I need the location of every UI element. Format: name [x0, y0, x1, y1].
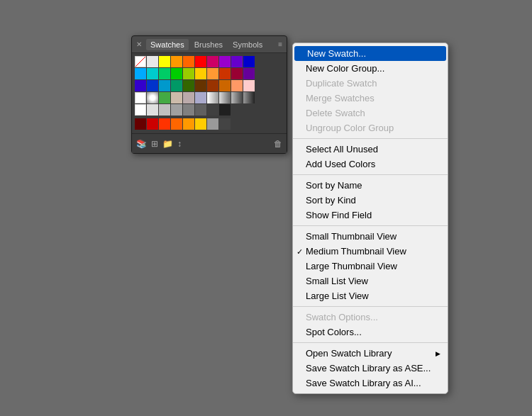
separator-2 [293, 174, 448, 175]
columns-icon[interactable]: ⊞ [151, 139, 158, 149]
swatch[interactable] [183, 104, 194, 116]
swatch[interactable] [207, 92, 218, 103]
swatch[interactable] [207, 80, 218, 91]
menu-item-save-ase[interactable]: Save Swatch Library as ASE... [293, 361, 448, 376]
tab-symbols[interactable]: Symbols [228, 39, 267, 50]
swatch[interactable] [195, 118, 206, 130]
menu-item-large-list[interactable]: Large List View [293, 288, 448, 303]
swatch[interactable] [135, 68, 146, 79]
swatch-row-4 [135, 92, 284, 103]
panel-close-icon[interactable]: ✕ [136, 40, 142, 48]
swatch[interactable] [219, 80, 231, 91]
swatch[interactable] [159, 56, 170, 67]
menu-item-new-swatch[interactable]: New Swatch... [294, 46, 446, 61]
swatch[interactable] [171, 56, 182, 67]
folder-icon[interactable]: 📁 [162, 139, 173, 149]
swatch[interactable] [171, 118, 182, 130]
trash-icon[interactable]: 🗑 [274, 139, 282, 149]
menu-item-show-find-field[interactable]: Show Find Field [293, 208, 448, 223]
swatch[interactable] [207, 68, 218, 79]
swatch[interactable] [183, 92, 194, 103]
swatch[interactable] [207, 104, 218, 116]
swatch[interactable] [243, 92, 255, 103]
swatch[interactable] [231, 56, 243, 67]
swatch-row-2 [135, 68, 284, 79]
swatch[interactable] [159, 80, 170, 91]
swatch[interactable] [183, 80, 194, 91]
menu-item-delete-swatch: Delete Swatch [293, 106, 448, 120]
swatch[interactable] [147, 118, 158, 130]
swatch[interactable] [207, 118, 218, 130]
swatches-panel: ✕ Swatches Brushes Symbols ≡ [131, 35, 287, 154]
swatch[interactable] [219, 104, 231, 116]
swatch[interactable] [183, 118, 194, 130]
arrow-icon[interactable]: ↕ [177, 139, 182, 149]
swatch[interactable] [171, 80, 182, 91]
swatch-row-5 [135, 104, 284, 116]
menu-item-medium-thumbnail[interactable]: Medium Thumbnail View [293, 244, 448, 259]
swatch[interactable] [195, 68, 206, 79]
panel-footer: 📚 ⊞ 📁 ↕ 🗑 [132, 133, 287, 153]
swatch[interactable] [135, 118, 146, 130]
swatch[interactable] [219, 68, 231, 79]
panel-menu-button[interactable]: ≡ [278, 40, 282, 48]
swatch[interactable] [231, 92, 243, 103]
tab-brushes[interactable]: Brushes [190, 39, 227, 50]
swatch[interactable] [243, 56, 255, 67]
swatch[interactable] [219, 56, 231, 67]
context-menu: New Swatch... New Color Group... Duplica… [292, 43, 448, 394]
swatch[interactable] [147, 68, 158, 79]
library-icon[interactable]: 📚 [136, 139, 147, 149]
separator-3 [293, 225, 448, 226]
menu-item-add-used-colors[interactable]: Add Used Colors [293, 157, 448, 172]
swatch[interactable] [159, 92, 170, 103]
swatch[interactable] [243, 68, 255, 79]
swatch[interactable] [183, 56, 194, 67]
swatch[interactable] [171, 92, 182, 103]
swatch[interactable] [159, 104, 170, 116]
separator-1 [293, 138, 448, 139]
swatch[interactable] [135, 104, 146, 116]
swatch[interactable] [147, 80, 158, 91]
swatch[interactable] [231, 80, 243, 91]
tab-swatches[interactable]: Swatches [146, 39, 189, 50]
menu-item-new-color-group[interactable]: New Color Group... [293, 61, 448, 76]
swatch[interactable] [159, 68, 170, 79]
swatch[interactable] [219, 118, 231, 130]
menu-item-merge-swatches: Merge Swatches [293, 91, 448, 106]
swatch[interactable] [183, 68, 194, 79]
menu-item-spot-colors[interactable]: Spot Colors... [293, 325, 448, 339]
menu-item-small-thumbnail[interactable]: Small Thumbnail View [293, 229, 448, 244]
menu-item-sort-by-name[interactable]: Sort by Name [293, 178, 448, 193]
swatch[interactable] [195, 56, 206, 67]
swatch[interactable] [231, 68, 243, 79]
swatch[interactable] [135, 80, 146, 91]
swatch[interactable] [219, 92, 231, 103]
menu-item-select-all-unused[interactable]: Select All Unused [293, 142, 448, 157]
menu-item-save-ai[interactable]: Save Swatch Library as AI... [293, 376, 448, 390]
menu-item-large-thumbnail[interactable]: Large Thumbnail View [293, 259, 448, 274]
swatch[interactable] [147, 56, 158, 67]
menu-item-small-list[interactable]: Small List View [293, 274, 448, 288]
swatch[interactable] [147, 92, 158, 103]
panel-tabs: Swatches Brushes Symbols [146, 39, 278, 50]
swatch[interactable] [207, 56, 218, 67]
swatch[interactable] [147, 104, 158, 116]
swatch[interactable] [243, 80, 255, 91]
menu-item-open-swatch-library[interactable]: Open Swatch Library [293, 346, 448, 361]
swatch[interactable] [195, 92, 206, 103]
swatch[interactable] [171, 68, 182, 79]
swatch[interactable] [159, 118, 170, 130]
separator-4 [293, 306, 448, 307]
menu-item-ungroup-color-group: Ungroup Color Group [293, 120, 448, 135]
swatch-none[interactable] [135, 56, 146, 67]
swatch[interactable] [171, 104, 182, 116]
swatch[interactable] [195, 104, 206, 116]
swatches-grid [132, 53, 287, 133]
menu-item-sort-by-kind[interactable]: Sort by Kind [293, 193, 448, 208]
panel-header: ✕ Swatches Brushes Symbols ≡ [132, 36, 287, 53]
swatch[interactable] [195, 80, 206, 91]
swatch-row-3 [135, 80, 284, 91]
swatch-row-1 [135, 56, 284, 67]
swatch[interactable] [135, 92, 146, 103]
